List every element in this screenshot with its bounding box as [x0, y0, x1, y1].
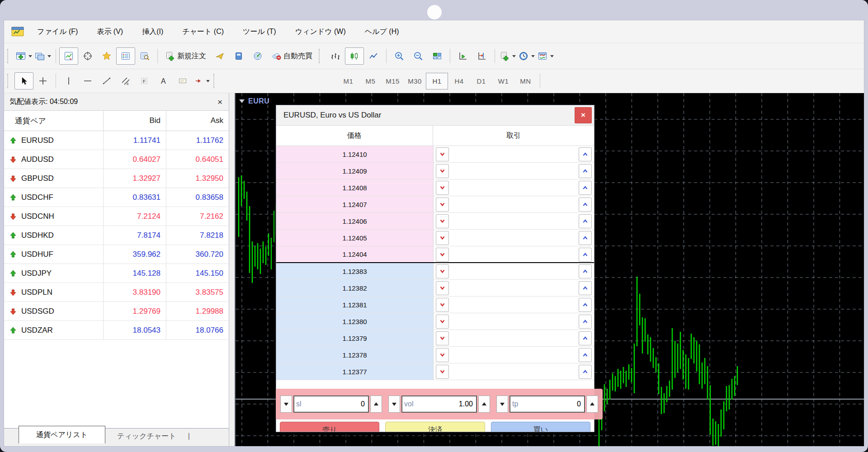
market-watch-row-GBPUSD[interactable]: GBPUSD1.329271.32950 [4, 169, 229, 188]
sell-chevron-button[interactable] [436, 181, 449, 195]
menu-item-1[interactable]: 表示 (V) [87, 28, 132, 35]
market-watch-row-USDHUF[interactable]: USDHUF359.962360.720 [4, 245, 229, 264]
sell-chevron-button[interactable] [436, 281, 449, 295]
column-header-ask[interactable]: Ask [166, 111, 229, 131]
market-watch-button[interactable] [116, 47, 135, 65]
sl-decrement-button[interactable] [280, 396, 292, 413]
market-watch-row-AUDUSD[interactable]: AUDUSD0.640270.64051 [4, 150, 229, 169]
new-order-button[interactable]: 新規注文 [161, 47, 210, 65]
vol-decrement-button[interactable] [388, 396, 400, 413]
line-chart-button[interactable] [364, 47, 383, 65]
candlestick-button[interactable] [345, 47, 364, 65]
market-watch-row-USDCHF[interactable]: USDCHF0.836310.83658 [4, 188, 229, 207]
sell-chevron-button[interactable] [436, 348, 449, 362]
vol-increment-button[interactable] [478, 396, 490, 413]
buy-chevron-button[interactable] [579, 298, 592, 312]
close-icon[interactable]: × [217, 98, 222, 106]
buy-chevron-button[interactable] [579, 248, 592, 262]
terminal-button[interactable] [229, 47, 248, 65]
buy-button[interactable]: 買い [491, 422, 590, 432]
vol-field[interactable]: vol1.00 [401, 396, 477, 413]
sell-chevron-button[interactable] [436, 298, 449, 312]
market-watch-row-USDPLN[interactable]: USDPLN3.831903.83575 [4, 283, 229, 302]
zoom-in-button[interactable] [390, 47, 409, 65]
timeframe-MN[interactable]: MN [514, 73, 537, 89]
buy-chevron-button[interactable] [579, 315, 592, 329]
sell-chevron-button[interactable] [436, 198, 449, 212]
buy-chevron-button[interactable] [579, 164, 592, 178]
vertical-line-button[interactable] [59, 72, 78, 89]
channel-button[interactable]: E [116, 72, 135, 89]
buy-chevron-button[interactable] [579, 198, 592, 212]
auto-scroll-button[interactable] [453, 47, 472, 65]
sell-chevron-button[interactable] [436, 365, 449, 379]
tab-tick-chart[interactable]: ティックチャート [105, 428, 188, 444]
tick-chart-button[interactable] [59, 47, 78, 65]
text-label-button[interactable] [173, 72, 192, 89]
fibonacci-button[interactable]: F [135, 72, 154, 89]
market-watch-row-EURUSD[interactable]: EURUSD1.117411.11762 [4, 131, 229, 150]
buy-chevron-button[interactable] [579, 331, 592, 345]
chart-symbol-label[interactable]: EURU [239, 97, 269, 106]
sell-chevron-button[interactable] [436, 164, 449, 178]
buy-chevron-button[interactable] [579, 348, 592, 362]
menu-item-6[interactable]: ヘルプ (H) [355, 28, 409, 35]
sell-chevron-button[interactable] [436, 147, 449, 161]
strategy-tester-button[interactable] [248, 47, 267, 65]
indicators-button[interactable] [498, 47, 517, 65]
timeframe-M15[interactable]: M15 [382, 73, 404, 89]
sell-chevron-button[interactable] [436, 264, 449, 278]
timeframe-W1[interactable]: W1 [492, 73, 514, 89]
horizontal-line-button[interactable] [78, 72, 97, 89]
templates-button[interactable] [536, 47, 555, 65]
column-header-bid[interactable]: Bid [104, 111, 166, 131]
menu-item-4[interactable]: ツール (T) [233, 28, 286, 35]
dialog-titlebar[interactable]: EURUSD, Euro vs US Dollar × [276, 105, 594, 126]
buy-chevron-button[interactable] [579, 365, 592, 379]
sell-chevron-button[interactable] [436, 214, 449, 228]
timeframe-H1[interactable]: H1 [426, 73, 448, 89]
menu-item-3[interactable]: チャート (C) [173, 28, 233, 35]
timeframe-M5[interactable]: M5 [359, 73, 382, 89]
zoom-out-button[interactable] [409, 47, 428, 65]
crosshair-window-button[interactable] [78, 47, 97, 65]
buy-chevron-button[interactable] [579, 181, 592, 195]
tp-decrement-button[interactable] [496, 396, 508, 413]
text-button[interactable]: A [154, 72, 173, 89]
tp-field[interactable]: tp0 [509, 396, 585, 413]
tp-increment-button[interactable] [586, 396, 598, 413]
tile-windows-button[interactable] [428, 47, 447, 65]
market-watch-row-USDSGD[interactable]: USDSGD1.297691.29988 [4, 302, 229, 321]
news-button[interactable] [210, 47, 229, 65]
timeframe-M1[interactable]: M1 [337, 73, 359, 89]
market-watch-row-USDCNH[interactable]: USDCNH7.21247.2162 [4, 207, 229, 226]
close-button[interactable]: 決済 [385, 422, 485, 432]
sl-field[interactable]: sl0 [293, 396, 369, 413]
buy-chevron-button[interactable] [579, 231, 592, 245]
column-header-symbol[interactable]: 通貨ペア [4, 111, 104, 131]
buy-chevron-button[interactable] [579, 214, 592, 228]
sell-chevron-button[interactable] [436, 248, 449, 262]
market-watch-row-USDZAR[interactable]: USDZAR18.054318.0766 [4, 321, 229, 340]
buy-chevron-button[interactable] [579, 147, 592, 161]
profiles-button[interactable] [33, 47, 52, 65]
sell-button[interactable]: 売り [280, 422, 379, 432]
close-icon[interactable]: × [575, 107, 592, 123]
shapes-button[interactable] [192, 72, 211, 89]
buy-chevron-button[interactable] [579, 281, 592, 295]
menu-item-2[interactable]: 挿入(I) [132, 28, 173, 35]
cursor-button[interactable] [14, 72, 33, 89]
sell-chevron-button[interactable] [436, 315, 449, 329]
trendline-button[interactable] [97, 72, 116, 89]
sl-increment-button[interactable] [370, 396, 382, 413]
timeframe-D1[interactable]: D1 [470, 73, 492, 89]
tab-symbol-list[interactable]: 通貨ペアリスト [19, 426, 105, 443]
data-window-button[interactable] [135, 47, 154, 65]
auto-trading-button[interactable]: 自動売買 [267, 47, 316, 65]
favorites-button[interactable] [97, 47, 116, 65]
timeframe-H4[interactable]: H4 [448, 73, 470, 89]
menu-item-5[interactable]: ウィンドウ (W) [286, 28, 355, 35]
new-chart-button[interactable] [14, 47, 33, 65]
bar-chart-button[interactable] [326, 47, 345, 65]
timeframe-M30[interactable]: M30 [404, 73, 426, 89]
